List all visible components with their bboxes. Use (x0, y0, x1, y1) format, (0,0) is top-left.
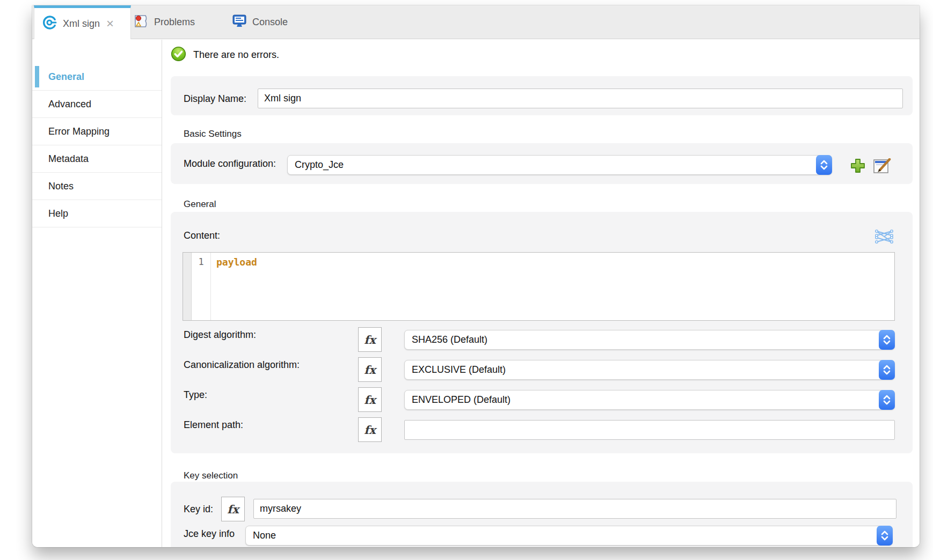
fx-button-type[interactable]: fx (358, 387, 382, 412)
fx-button-digest[interactable]: fx (358, 327, 382, 352)
display-name-input[interactable] (258, 89, 903, 108)
tab-label: Console (252, 17, 288, 28)
properties-sidebar: General Advanced Error Mapping Metadata … (32, 40, 162, 547)
sidebar-item-error-mapping[interactable]: Error Mapping (32, 118, 162, 145)
display-name-label: Display Name: (184, 93, 246, 105)
module-configuration-label: Module configuration: (184, 158, 276, 170)
chevron-up-down-icon (879, 360, 895, 380)
close-icon[interactable]: × (106, 18, 114, 29)
editor-gutter (183, 253, 192, 320)
add-global-config-button[interactable] (850, 158, 866, 176)
type-select[interactable]: ENVELOPED (Default) (404, 390, 895, 410)
basic-settings-header: Basic Settings (184, 129, 242, 139)
chevron-up-down-icon (877, 526, 893, 546)
properties-editor-window: Xml sign × Problems (32, 5, 920, 547)
general-section-header: General (184, 199, 216, 210)
content-code-editor[interactable]: 1 payload (183, 252, 895, 321)
jce-key-info-label: Jce key info (184, 528, 235, 540)
tab-label: Problems (154, 17, 195, 28)
chevron-up-down-icon (879, 330, 895, 350)
sidebar-item-metadata[interactable]: Metadata (32, 145, 162, 173)
tab-label: Xml sign (63, 18, 100, 30)
key-id-label: Key id: (184, 504, 213, 515)
canonicalization-algorithm-select[interactable]: EXCLUSIVE (Default) (404, 360, 895, 380)
problems-icon (134, 14, 149, 31)
tab-strip: Xml sign × Problems (32, 5, 920, 39)
element-path-input[interactable] (404, 420, 895, 440)
editor-line-number: 1 (192, 253, 211, 320)
content-label: Content: (184, 230, 220, 241)
dataweave-transform-icon[interactable] (874, 227, 894, 248)
sidebar-item-notes[interactable]: Notes (32, 173, 162, 200)
type-value: ENVELOPED (Default) (412, 394, 511, 406)
sidebar-item-help[interactable]: Help (32, 200, 162, 227)
console-icon (232, 14, 247, 31)
editor-code-payload: payload (211, 253, 257, 320)
success-check-icon (171, 46, 186, 64)
type-label: Type: (184, 389, 207, 401)
chevron-up-down-icon (879, 390, 895, 410)
fx-button-key-id[interactable]: fx (221, 497, 245, 521)
tab-problems[interactable]: Problems (134, 5, 195, 39)
status-message: There are no errors. (193, 49, 279, 61)
module-configuration-select[interactable]: Crypto_Jce (287, 155, 832, 175)
jce-key-info-select[interactable]: None (245, 526, 893, 546)
fx-button-element-path[interactable]: fx (358, 417, 382, 442)
key-selection-header: Key selection (184, 470, 238, 481)
crypto-connector-icon (41, 14, 57, 33)
jce-key-info-value: None (253, 530, 276, 541)
element-path-label: Element path: (184, 419, 243, 431)
digest-algorithm-value: SHA256 (Default) (412, 334, 487, 345)
canonicalization-algorithm-label: Canonicalization algorithm: (184, 359, 300, 371)
fx-button-canonicalization[interactable]: fx (358, 357, 382, 382)
edit-global-config-button[interactable] (873, 158, 891, 176)
sidebar-item-advanced[interactable]: Advanced (32, 91, 162, 118)
module-configuration-value: Crypto_Jce (295, 159, 344, 171)
digest-algorithm-select[interactable]: SHA256 (Default) (404, 330, 895, 350)
chevron-up-down-icon (816, 155, 832, 175)
sidebar-item-general[interactable]: General (32, 63, 162, 91)
key-id-input[interactable] (253, 499, 896, 519)
canonicalization-algorithm-value: EXCLUSIVE (Default) (412, 364, 506, 375)
status-row: There are no errors. (171, 46, 279, 64)
digest-algorithm-label: Digest algorithm: (184, 329, 256, 341)
tab-console[interactable]: Console (232, 5, 288, 39)
tab-xml-sign[interactable]: Xml sign × (34, 5, 131, 39)
